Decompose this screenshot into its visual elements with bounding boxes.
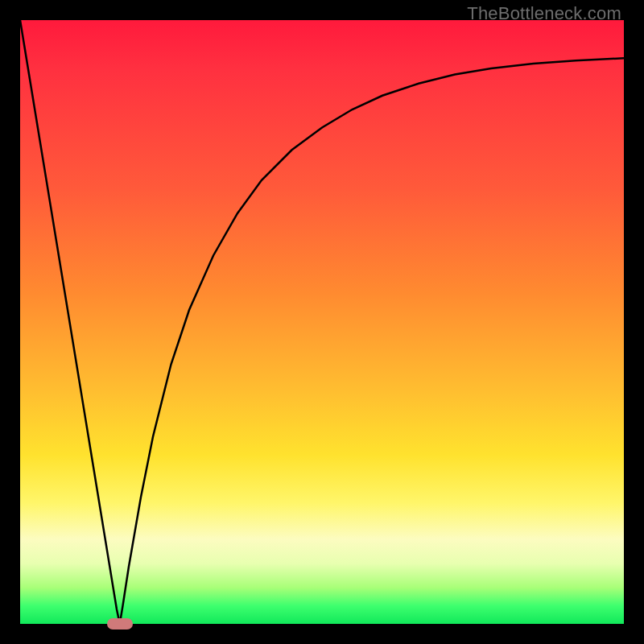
bottleneck-curve bbox=[20, 20, 624, 624]
watermark-text: TheBottleneck.com bbox=[467, 3, 621, 24]
outer-frame: TheBottleneck.com bbox=[0, 0, 644, 644]
notch-marker bbox=[107, 618, 133, 630]
curve-overlay bbox=[20, 20, 624, 624]
